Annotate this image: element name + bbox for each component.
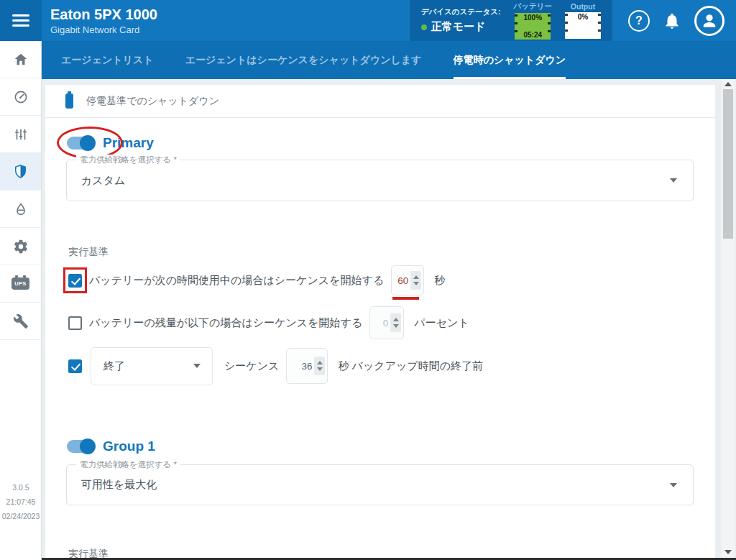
criteria-row-sequence-end: 終了 シーケンス 36 秒 バックアップ時間の終了前: [68, 346, 483, 385]
app-subtitle: Gigabit Network Card: [50, 24, 157, 35]
device-status-value: 正常モード: [431, 20, 486, 34]
app-title-block: Eaton 5PX 1000 Gigabit Network Card: [42, 6, 157, 35]
notifications-bell-icon[interactable]: [663, 12, 681, 30]
chevron-down-icon: [670, 483, 677, 487]
ups-icon: UPS: [12, 277, 29, 290]
top-header: Eaton 5PX 1000 Gigabit Network Card デバイス…: [0, 0, 736, 41]
sequence-end-unit: 秒 バックアップ時間の終了前: [338, 359, 483, 373]
chevron-down-icon: [193, 364, 201, 368]
sidebar-item-protection[interactable]: [0, 153, 41, 191]
output-gauge: 0%: [565, 12, 601, 39]
battery-percent: 100%: [515, 14, 551, 22]
scroll-down-icon[interactable]: [724, 550, 732, 554]
status-green-dot-icon: [421, 24, 427, 30]
criteria-row-battery-capacity: バッテリーの残量が以下の場合はシーケンスを開始する 0 パーセント: [68, 306, 469, 340]
criteria-heading: 実行基準: [68, 246, 109, 259]
sequence-end-select-value: 終了: [104, 359, 125, 373]
sidebar: UPS 3.0.5 21:07:45 02/24/2023: [0, 41, 42, 560]
primary-group-name: Primary: [103, 135, 154, 151]
wrench-icon: [13, 313, 29, 329]
battery-gauge: 100% 05:24: [515, 13, 551, 40]
sequence-end-input[interactable]: 36: [286, 348, 328, 384]
output-percent: 0%: [565, 13, 601, 21]
scrollbar-thumb[interactable]: [723, 89, 733, 239]
battery-time: 05:24: [515, 31, 551, 39]
device-status-panel: デバイスのステータス: 正常モード バッテリー 100% 05:24 Outpu…: [410, 0, 612, 41]
primary-toggle[interactable]: [67, 137, 94, 150]
gear-icon: [13, 239, 29, 254]
group1-strategy-label: 電力供給戦略を選択する *: [76, 459, 180, 470]
battery-time-label: バッテリーが次の時間使用中の場合はシーケンスを開始する: [89, 274, 384, 288]
primary-toggle-row: Primary: [67, 135, 154, 151]
battery-time-unit: 秒: [434, 274, 445, 288]
droplet-icon: [13, 201, 29, 217]
system-date: 02/24/2023: [0, 510, 42, 524]
sidebar-item-meters[interactable]: [0, 78, 41, 116]
battery-section-icon: [65, 93, 73, 109]
main-content: 停電基準でのシャットダウン Primary 電力供給戦略を選択する * カスタム…: [42, 79, 736, 560]
group1-strategy-select[interactable]: 電力供給戦略を選択する * 可用性を最大化: [66, 464, 694, 505]
annotation-red-underline: [392, 297, 419, 300]
home-icon: [13, 52, 29, 68]
group1-strategy-value: 可用性を最大化: [81, 478, 157, 492]
tab-shutdown-on-power-outage[interactable]: 停電時のシャットダウン: [454, 41, 566, 79]
battery-time-input[interactable]: 60: [391, 265, 424, 295]
primary-strategy-label: 電力供給戦略を選択する *: [76, 155, 180, 165]
sidebar-item-settings-sliders[interactable]: [0, 116, 41, 153]
tab-agent-shutdown-sequence[interactable]: エージェントはシーケンスをシャットダウンします: [185, 41, 422, 79]
output-gauge-label: Output: [571, 2, 595, 11]
topbar-actions: ?: [612, 6, 736, 36]
sidebar-item-maintenance[interactable]: [0, 303, 41, 340]
stepper-arrows-icon[interactable]: [390, 313, 401, 332]
criteria-row-battery-time: バッテリーが次の時間使用中の場合はシーケンスを開始する 60 秒: [68, 265, 445, 296]
battery-capacity-input[interactable]: 0: [369, 306, 404, 339]
battery-time-checkbox[interactable]: [68, 274, 82, 288]
user-avatar-icon[interactable]: [694, 6, 724, 36]
group1-toggle[interactable]: [67, 440, 94, 453]
primary-strategy-value: カスタム: [81, 174, 125, 188]
battery-gauge-label: バッテリー: [514, 1, 552, 12]
stepper-arrows-icon[interactable]: [314, 357, 325, 375]
battery-gauge-block: バッテリー 100% 05:24: [514, 1, 552, 40]
stepper-arrows-icon[interactable]: [410, 271, 421, 290]
section-title: 停電基準でのシャットダウン: [86, 95, 219, 108]
shield-icon: [12, 163, 29, 180]
group1-toggle-row: Group 1: [67, 439, 155, 454]
primary-strategy-select[interactable]: 電力供給戦略を選択する * カスタム: [66, 160, 694, 201]
shutdown-settings-card: 停電基準でのシャットダウン Primary 電力供給戦略を選択する * カスタム…: [45, 85, 715, 560]
hamburger-menu-icon[interactable]: [0, 0, 42, 41]
battery-capacity-value: 0: [383, 318, 389, 329]
sidebar-item-ups[interactable]: UPS: [0, 265, 41, 303]
group1-name: Group 1: [103, 439, 155, 454]
gauge-icon: [13, 89, 29, 105]
tab-bar: エージェントリスト エージェントはシーケンスをシャットダウンします 停電時のシャ…: [42, 41, 736, 79]
chevron-down-icon: [670, 178, 677, 183]
version-block: 3.0.5 21:07:45 02/24/2023: [0, 481, 42, 524]
firmware-version: 3.0.5: [0, 481, 42, 495]
battery-capacity-unit: パーセント: [414, 316, 469, 330]
output-gauge-block: Output 0%: [565, 2, 601, 39]
sidebar-item-home[interactable]: [0, 41, 41, 78]
battery-time-value: 60: [397, 275, 408, 286]
card-header: 停電基準でのシャットダウン: [45, 85, 715, 118]
scroll-up-icon[interactable]: [724, 82, 732, 86]
sidebar-item-environment[interactable]: [0, 191, 41, 228]
sliders-icon: [13, 127, 29, 142]
sequence-end-select[interactable]: 終了: [91, 347, 213, 385]
battery-capacity-label: バッテリーの残量が以下の場合はシーケンスを開始する: [89, 316, 362, 330]
vertical-scrollbar[interactable]: [722, 79, 735, 560]
battery-capacity-checkbox[interactable]: [68, 316, 82, 330]
tab-agent-list[interactable]: エージェントリスト: [61, 41, 154, 79]
help-icon[interactable]: ?: [628, 10, 650, 32]
device-status-label: デバイスのステータス:: [421, 7, 501, 17]
system-time: 21:07:45: [0, 495, 42, 510]
device-status: デバイスのステータス: 正常モード: [421, 7, 501, 34]
sidebar-item-system-settings[interactable]: [0, 228, 41, 265]
sequence-end-value: 36: [301, 361, 312, 372]
sequence-mid-label: シーケンス: [224, 359, 279, 373]
sequence-end-checkbox[interactable]: [68, 359, 82, 373]
app-title: Eaton 5PX 1000: [50, 6, 157, 23]
